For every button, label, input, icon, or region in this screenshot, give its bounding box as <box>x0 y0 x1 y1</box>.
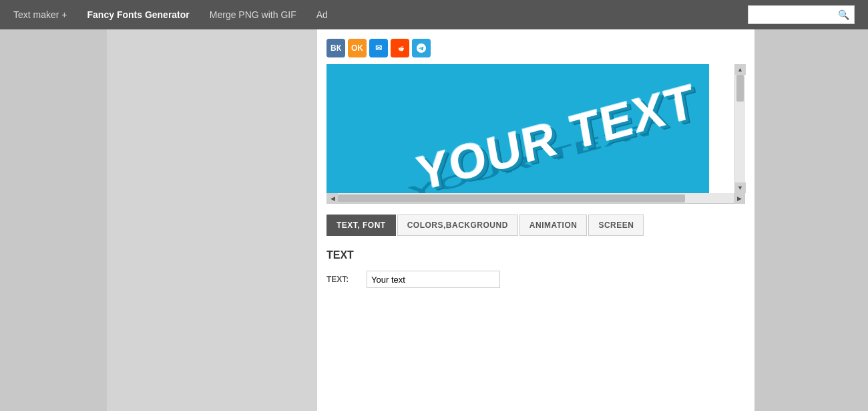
nav-text-maker[interactable]: Text maker + <box>13 9 67 20</box>
top-navigation: Text maker + Fancy Fonts Generator Merge… <box>0 0 868 29</box>
search-button[interactable]: 🔍 <box>835 9 852 20</box>
scroll-up-arrow[interactable]: ▲ <box>735 64 746 75</box>
scroll-right-arrow[interactable]: ▶ <box>734 193 744 204</box>
scroll-thumb-horizontal[interactable] <box>338 194 685 202</box>
share-ok-button[interactable]: OK <box>348 39 367 57</box>
page-body: ВК OK ✉ YOUR TEXT YOUR TEXT <box>0 29 868 411</box>
share-telegram-button[interactable] <box>412 39 431 57</box>
section-title-text: TEXT <box>327 249 745 261</box>
nav-merge-png[interactable]: Merge PNG with GIF <box>210 9 296 20</box>
nav-links: Text maker + Fancy Fonts Generator Merge… <box>13 9 328 20</box>
ads-area <box>107 29 317 411</box>
search-input[interactable] <box>748 6 835 23</box>
tab-text-font[interactable]: TEXT, FONT <box>327 215 396 236</box>
search-icon: 🔍 <box>838 9 849 20</box>
text-field-row: TEXT: <box>327 271 745 288</box>
vertical-scrollbar: ▲ ▼ <box>734 64 745 193</box>
preview-main-text: YOUR TEXT <box>413 73 700 193</box>
preview-canvas: YOUR TEXT YOUR TEXT <box>327 64 709 193</box>
social-share: ВК OK ✉ <box>317 39 754 64</box>
preview-container: YOUR TEXT YOUR TEXT ▲ ▼ <box>327 64 745 193</box>
scroll-track-vertical[interactable] <box>735 75 745 182</box>
text-label: TEXT: <box>327 275 367 284</box>
search-box: 🔍 <box>748 5 855 24</box>
nav-ad[interactable]: Ad <box>316 9 328 20</box>
left-sidebar <box>0 29 107 411</box>
tab-animation[interactable]: ANIMATION <box>519 215 588 236</box>
scroll-track-horizontal[interactable] <box>338 193 734 203</box>
horizontal-scrollbar: ◀ ▶ <box>327 193 745 204</box>
telegram-icon <box>417 43 426 53</box>
main-content: ВК OK ✉ YOUR TEXT YOUR TEXT <box>317 29 754 411</box>
share-mail-button[interactable]: ✉ <box>369 39 388 57</box>
scroll-left-arrow[interactable]: ◀ <box>327 193 338 204</box>
scroll-down-arrow[interactable]: ▼ <box>735 182 746 193</box>
reddit-icon <box>395 43 405 53</box>
tab-colors-background[interactable]: COLORS,BACKGROUND <box>397 215 518 236</box>
share-vk-button[interactable]: ВК <box>327 39 345 57</box>
scroll-thumb-vertical[interactable] <box>736 75 744 102</box>
settings-tabs: TEXT, FONT COLORS,BACKGROUND ANIMATION S… <box>327 215 745 236</box>
share-reddit-button[interactable] <box>391 39 409 57</box>
nav-fancy-fonts[interactable]: Fancy Fonts Generator <box>87 9 190 20</box>
text-input[interactable] <box>367 271 500 288</box>
settings-panel: TEXT TEXT: <box>317 236 754 307</box>
tab-screen[interactable]: SCREEN <box>588 215 644 236</box>
right-sidebar <box>754 29 868 411</box>
